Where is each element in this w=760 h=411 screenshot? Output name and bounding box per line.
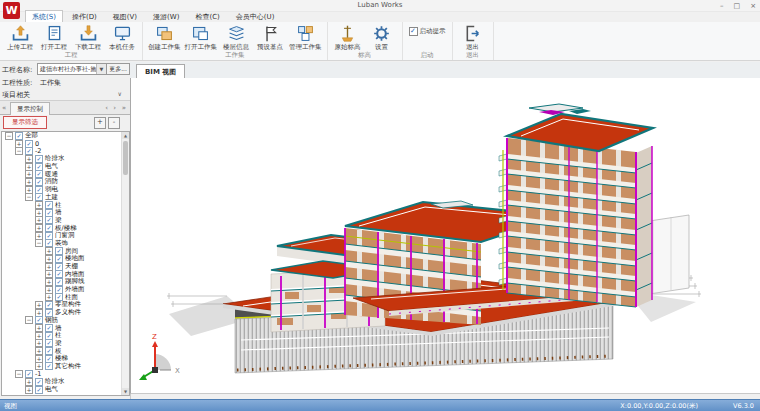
expand-icon[interactable]: + <box>25 386 33 394</box>
minimize-icon[interactable]: – <box>720 2 724 10</box>
close-icon[interactable]: × <box>750 2 756 10</box>
tree-item--1[interactable]: −✓-1 <box>2 370 129 378</box>
ribbon-button-设置[interactable]: 设置 <box>365 23 399 51</box>
tower <box>499 104 653 307</box>
tree-item--2[interactable]: −✓-2 <box>2 147 129 155</box>
axis-x-label: X <box>175 367 180 375</box>
ribbon-button-打开工作集[interactable]: 打开工作集 <box>183 23 220 51</box>
project-name-label: 工程名称: <box>2 65 32 75</box>
collapse-icon[interactable]: − <box>25 316 33 324</box>
upload-project-icon <box>11 23 30 43</box>
create-workset-icon <box>155 23 174 43</box>
chevron-down-icon[interactable]: ∨ <box>118 90 122 97</box>
tree-item-多义构件[interactable]: +✓多义构件 <box>2 309 129 317</box>
collapse-all-button[interactable]: - <box>108 117 120 129</box>
project-name-select[interactable]: 建德市村社办事社-施工模型 ▼ <box>37 63 107 75</box>
ribbon-button-label: 设置 <box>375 43 388 51</box>
expand-all-button[interactable]: + <box>94 117 106 129</box>
collapse-icon[interactable]: − <box>35 239 43 247</box>
tree-item-钢筋[interactable]: −✓钢筋 <box>2 317 129 325</box>
tree-item-柱[interactable]: +✓柱 <box>2 201 129 209</box>
tree-item-墙[interactable]: +✓墙 <box>2 324 129 332</box>
scrollbar-thumb[interactable] <box>123 141 128 175</box>
download-project-icon <box>79 23 98 43</box>
ribbon-button-打开工程[interactable]: 打开工程 <box>37 23 71 51</box>
collapse-icon[interactable]: − <box>25 193 33 201</box>
left-panel: 工程名称: 建德市村社办事社-施工模型 ▼ 更多... 工程性质: 工作集 项目… <box>0 62 131 399</box>
tab-display-control[interactable]: 显示控制 <box>10 102 50 115</box>
collapse-icon[interactable]: − <box>15 147 23 155</box>
checkbox-icon[interactable]: ✓ <box>409 27 418 36</box>
open-project-icon <box>45 23 64 43</box>
ribbon-group-标高: 原始标高设置标高 <box>328 22 403 60</box>
tree-item-消防[interactable]: +✓消防 <box>2 178 129 186</box>
ribbon-button-label: 原始标高 <box>335 43 361 51</box>
ribbon-button-label: 下载工程 <box>75 43 101 51</box>
more-button[interactable]: 更多... <box>106 63 130 75</box>
status-view-label: 视图 <box>4 402 17 411</box>
chevron-down-icon[interactable]: ▼ <box>96 64 106 74</box>
tree-item-弱电[interactable]: +✓弱电 <box>2 186 129 194</box>
ribbon-button-管理工作集[interactable]: 管理工作集 <box>287 23 324 51</box>
collapse-icon[interactable]: − <box>5 132 13 140</box>
open-workset-icon <box>191 23 210 43</box>
tree-item-柱[interactable]: +✓柱 <box>2 332 129 340</box>
tree-item-其它构件[interactable]: +✓其它构件 <box>2 363 129 371</box>
tree-item-电气[interactable]: +✓电气 <box>2 386 129 394</box>
tree-item-0[interactable]: +✓0 <box>2 140 129 148</box>
axis-z-label: Z <box>152 333 157 341</box>
ribbon-group-启动: ✓启动提示启动 <box>403 22 453 60</box>
scroll-up-icon[interactable]: ▲ <box>122 132 129 139</box>
tree-item-电气[interactable]: +✓电气 <box>2 163 129 171</box>
tree-item-梁[interactable]: +✓梁 <box>2 340 129 348</box>
tree-item-label: 电气 <box>45 385 58 394</box>
tree-item-全部[interactable]: −✓全部 <box>2 132 129 140</box>
axis-triad: Z X <box>139 333 180 380</box>
luban-works-window: Luban Works – □ × W 系统(S)操作(D)视图(V)漫游(W)… <box>0 0 760 411</box>
display-filter-button[interactable]: 显示筛选 <box>3 116 47 129</box>
ribbon-button-下载工程[interactable]: 下载工程 <box>71 23 105 51</box>
ribbon-group-label: 工程 <box>0 51 142 60</box>
tab-bim-view[interactable]: BIM 视图 <box>136 64 185 79</box>
maximize-icon[interactable]: □ <box>734 2 741 10</box>
tree-item-label: 多义构件 <box>55 308 81 317</box>
floor-info-icon <box>227 23 246 43</box>
section-project-related[interactable]: 项目相关 <box>2 90 30 100</box>
ribbon-group-退出: 退出退出 <box>453 22 494 60</box>
startup-tip-checkbox-row[interactable]: ✓启动提示 <box>406 27 449 36</box>
building-model: Z X <box>131 78 760 393</box>
ribbon-button-原始标高[interactable]: 原始标高 <box>331 23 365 51</box>
exit-icon <box>463 23 482 43</box>
tab-scroll-left-icon[interactable]: « <box>2 103 6 113</box>
ribbon-button-退出[interactable]: 退出 <box>456 23 490 51</box>
ribbon-button-本机任务[interactable]: 本机任务 <box>105 23 139 51</box>
ribbon-button-label: 退出 <box>466 43 479 51</box>
ribbon-button-label: 创建工作集 <box>148 43 181 51</box>
tab-next-icon[interactable]: › <box>113 103 116 113</box>
tree-scrollbar[interactable]: ▲ ▼ <box>121 132 129 395</box>
bim-model-canvas[interactable]: Z X <box>130 78 760 394</box>
tree-item-label: 其它构件 <box>55 362 81 371</box>
scroll-down-icon[interactable]: ▼ <box>122 388 129 395</box>
manage-workset-icon <box>296 23 315 43</box>
ribbon-button-上传工程[interactable]: 上传工程 <box>3 23 37 51</box>
ribbon-button-label: 上传工程 <box>7 43 33 51</box>
tab-prev-icon[interactable]: ‹ <box>105 103 108 113</box>
tab-more-icon[interactable]: » <box>122 103 126 113</box>
collapse-icon[interactable]: − <box>15 370 23 378</box>
checkbox-icon[interactable]: ✓ <box>45 362 53 370</box>
tree-item-给排水[interactable]: +✓给排水 <box>2 155 129 163</box>
tree-item-墙[interactable]: +✓墙 <box>2 209 129 217</box>
ribbon-button-创建工作集[interactable]: 创建工作集 <box>146 23 183 51</box>
tree-item-土建[interactable]: −✓土建 <box>2 194 129 202</box>
ribbon-button-label: 预设基点 <box>257 43 283 51</box>
tree-item-暖通[interactable]: +✓暖通 <box>2 170 129 178</box>
ribbon-button-预设基点[interactable]: 预设基点 <box>253 23 287 51</box>
ribbon-button-楼层信息[interactable]: 楼层信息 <box>219 23 253 51</box>
viewport-tab-strip: BIM 视图 <box>130 62 760 79</box>
checkbox-icon[interactable]: ✓ <box>35 386 43 394</box>
elevation-icon <box>338 23 357 43</box>
tree-item-给排水[interactable]: +✓给排水 <box>2 378 129 386</box>
model-tree: −✓全部+✓0−✓-2+✓给排水+✓电气+✓暖通+✓消防+✓弱电−✓土建+✓柱+… <box>1 131 130 396</box>
status-version: V6.3.0 <box>733 402 754 410</box>
